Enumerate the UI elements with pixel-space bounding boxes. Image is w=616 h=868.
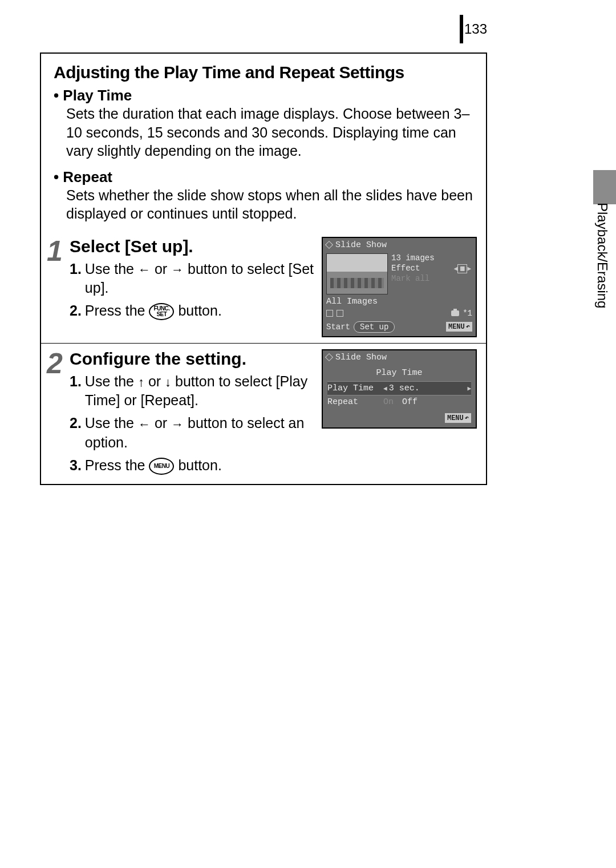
lcd-images-count: 13 images [391,253,435,263]
lcd2-menu-badge: MENU [445,413,471,423]
page-number: 133 [460,15,487,43]
step-2-sub-1: 1. Use the ↑ or ↓ button to select [Play… [70,372,322,411]
sub-label: 1. [70,260,82,298]
text: or [155,415,171,431]
lcd-start: Start [326,322,350,332]
arrow-left-icon: ← [138,261,151,278]
bullet-repeat: Repeat Sets whether the slide show stops… [41,168,486,231]
step-2-heading: Configure the setting. [70,349,322,369]
step-2-sub-3: 3. Press the MENU button. [70,456,322,475]
bullet-desc-play-time: Sets the duration that each image displa… [54,104,473,160]
step-2-row: 2 Configure the setting. 1. Use the ↑ or… [41,343,486,485]
lcd-title: Slide Show [335,240,387,250]
arrow-down-icon: ↓ [165,374,171,391]
diamond-icon [325,353,333,361]
lcd-star: *1 [463,309,472,318]
lcd2-title: Slide Show [335,353,387,362]
tri-right-icon: ▶ [467,265,471,272]
step-2-number: 2 [41,344,70,485]
menu-button-icon: MENU [149,458,174,475]
sub-label: 3. [70,456,82,475]
lcd2-playtime-value: 3 sec. [389,383,420,393]
diamond-icon [325,241,333,249]
square-icon [326,310,333,317]
arrow-left-icon: ← [138,416,151,433]
thumbnail-image [326,253,388,294]
text: or [155,261,171,277]
sub-label: 1. [70,372,82,411]
text: Use the [85,373,138,389]
text: or [148,373,165,389]
tri-left-icon: ◀ [383,385,387,392]
step-1-row: 1 Select [Set up]. 1. Use the ← or → but… [41,231,486,343]
section-title: Adjusting the Play Time and Repeat Setti… [41,54,486,87]
lcd-effect-label: Effect [391,264,420,273]
side-tab-label: Playback/Erasing [594,203,610,308]
lcd2-playtime-key: Play Time [327,383,380,393]
lcd2-repeat-off: Off [402,397,418,407]
bullet-head-play-time: Play Time [54,87,473,104]
lcd2-section: Play Time [323,365,476,379]
lcd-all-images: All Images [323,296,476,308]
step-2-sub-2: 2. Use the ← or → button to select an op… [70,414,322,453]
bullet-desc-repeat: Sets whether the slide show stops when a… [54,186,473,223]
lcd-setup-pill: Set up [354,321,395,333]
lcd-screenshot-1: Slide Show 13 images Effect ◀▦▶ Mark all [322,237,477,337]
lcd-menu-badge: MENU [446,322,472,332]
text: Use the [85,261,138,277]
lcd-screenshot-2: Slide Show Play Time Play Time ◀ 3 sec. … [322,349,477,479]
text: button. [178,457,221,473]
arrow-right-icon: → [171,261,184,278]
arrow-right-icon: → [171,416,184,433]
arrow-up-icon: ↑ [138,374,144,391]
step-1-sub-1: 1. Use the ← or → button to select [Set … [70,260,322,298]
step-1-sub-2: 2. Press the FUNC.SET button. [70,301,322,321]
text: Use the [85,415,138,431]
lcd2-row-repeat: Repeat On Off [327,395,471,409]
lcd2-repeat-key: Repeat [327,397,380,407]
func-set-button-icon: FUNC.SET [149,303,174,320]
step-1-heading: Select [Set up]. [70,237,322,256]
text: Press the [85,457,149,473]
thumb-tab [593,170,616,204]
text: Press the [85,302,149,318]
sub-label: 2. [70,301,82,321]
lcd2-row-playtime: Play Time ◀ 3 sec. ▶ [327,381,471,395]
sub-label: 2. [70,414,82,453]
text: button. [178,302,221,318]
effect-value-icon: ▦ [457,264,467,273]
lcd2-repeat-on: On [383,397,394,407]
step-1-number: 1 [41,231,70,343]
lcd-mark-all: Mark all [391,274,429,283]
bullet-play-time: Play Time Sets the duration that each im… [41,87,486,168]
bullet-head-repeat: Repeat [54,168,473,186]
tri-right-icon: ▶ [467,385,471,392]
grid-icon [337,310,343,317]
camera-icon [451,310,459,316]
main-content-box: Adjusting the Play Time and Repeat Setti… [40,53,487,485]
